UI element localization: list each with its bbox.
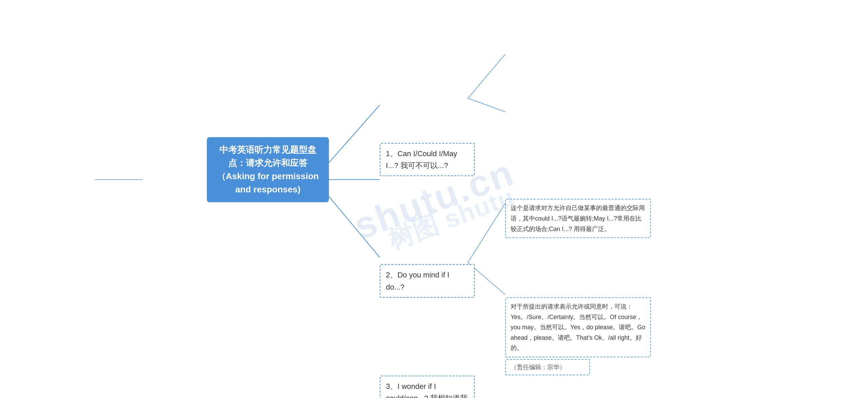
center-label: 中考英语听力常见题型盘点：请求允许和应答（Asking for permissi… xyxy=(217,145,319,194)
right-box2-text: 对于所提出的请求表示允许或同意时，可说：Yes。/Sure。/Certainly… xyxy=(511,303,645,351)
right-info-box-2: 对于所提出的请求表示允许或同意时，可说：Yes。/Sure。/Certainly… xyxy=(505,297,651,357)
branch1-label: 1、Can I/Could I/May I...? 我可不可以...? xyxy=(386,149,457,170)
svg-line-2 xyxy=(329,196,380,257)
branch3-node: 3、I wonder if I could/can...? 我想知道我能否...… xyxy=(380,376,475,398)
footer-text: （责任编辑：宗华） xyxy=(511,364,566,371)
branch1-node: 1、Can I/Could I/May I...? 我可不可以...? xyxy=(380,143,475,176)
connectors xyxy=(0,0,868,398)
svg-line-4 xyxy=(468,98,505,112)
svg-line-0 xyxy=(329,105,380,163)
right-box1-text: 这个是请求对方允许自己做某事的最普通的交际用语，其中could I...?语气最… xyxy=(511,205,645,232)
watermark2: 树图 shutu xyxy=(383,180,519,258)
branch2-node: 2、Do you mind if I do...? xyxy=(380,264,475,297)
center-node: 中考英语听力常见题型盘点：请求允许和应答（Asking for permissi… xyxy=(207,137,329,202)
canvas: shutu.cn 树图 shutu 中考英语听力常见题型盘点：请求允许和应答（A… xyxy=(0,0,868,398)
right-info-box-1: 这个是请求对方允许自己做某事的最普通的交际用语，其中could I...?语气最… xyxy=(505,199,651,238)
svg-line-7 xyxy=(468,203,505,263)
svg-line-3 xyxy=(468,54,505,98)
footer-box: （责任编辑：宗华） xyxy=(505,359,590,375)
branch2-label: 2、Do you mind if I do...? xyxy=(386,271,449,291)
branch3-label: 3、I wonder if I could/can...? 我想知道我能否...… xyxy=(386,382,468,398)
